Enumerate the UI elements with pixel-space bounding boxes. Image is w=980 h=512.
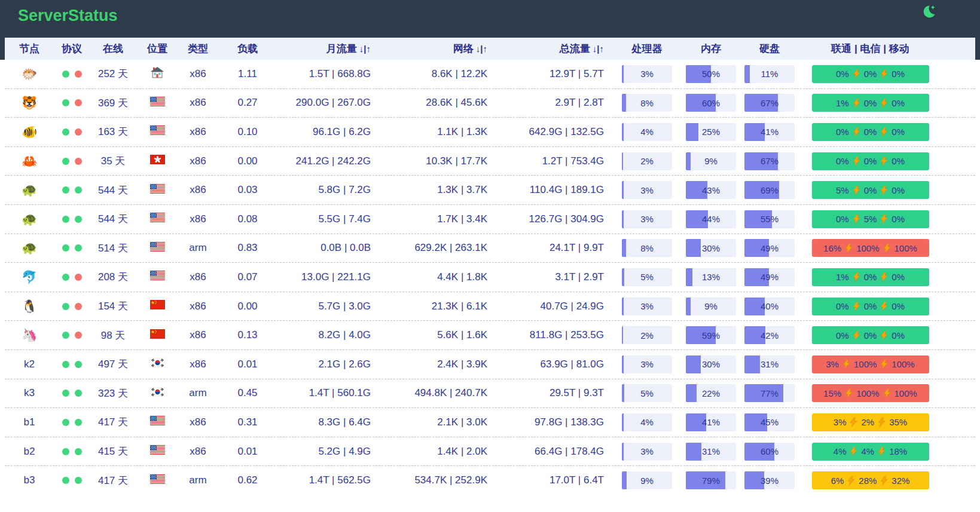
col-disk: 硬盘 [740, 42, 799, 56]
memory-bar: 50% [686, 65, 736, 83]
dark-mode-toggle[interactable] [920, 4, 937, 21]
ipv6-status-dot [75, 216, 82, 223]
ipv4-status-dot [62, 332, 69, 339]
monthly-traffic: 1.4T | 562.5G [309, 474, 371, 486]
isp-latency-pill: 0%0%0% [812, 152, 929, 170]
monthly-traffic: 8.3G | 6.4G [318, 416, 371, 428]
network-speed: 28.6K | 45.6K [426, 97, 487, 108]
isp-latency-pill: 1%0%0% [812, 94, 929, 112]
monthly-traffic: 13.0G | 221.1G [301, 271, 371, 283]
lightning-icon [881, 360, 887, 369]
cpu-bar: 3% [622, 210, 672, 228]
server-row[interactable]: 🐬208 天x860.0713.0G | 221.1G4.4K | 1.8K3.… [5, 262, 975, 292]
telecom-loss-value: 0% [864, 272, 877, 282]
node-icon: 🐢 [22, 212, 37, 226]
server-row[interactable]: 🦀35 天x860.00241.2G | 242.2G10.3K | 17.7K… [5, 146, 975, 176]
cpu-bar-label: 8% [622, 94, 672, 112]
cpu-bar: 4% [622, 413, 672, 431]
us-flag-icon [150, 416, 165, 428]
total-traffic: 642.9G | 132.5G [529, 126, 604, 137]
server-row[interactable]: 🐠163 天x860.1096.1G | 6.2G1.1K | 1.3K642.… [5, 117, 975, 146]
uptime-value: 98 天 [101, 330, 126, 341]
sort-indicator-icon[interactable]: ↓|↑ [593, 44, 604, 54]
network-speed: 2.4K | 3.9K [437, 358, 487, 370]
disk-bar: 77% [744, 384, 795, 402]
isp-latency-pill: 16%100%100% [812, 239, 929, 257]
mobile-loss-value: 100% [892, 359, 914, 369]
server-row[interactable]: b3417 天arm0.621.4T | 562.5G534.7K | 252.… [5, 465, 975, 495]
sort-indicator-icon[interactable]: ↓|↑ [359, 44, 371, 54]
server-row[interactable]: 🐧154 天x860.005.7G | 3.0G21.3K | 6.1K40.7… [5, 292, 975, 321]
disk-bar: 55% [744, 210, 795, 228]
disk-bar-label: 39% [744, 471, 795, 489]
total-traffic: 24.1T | 9.9T [549, 242, 604, 253]
server-row[interactable]: 🦄98 天x860.138.2G | 4.0G5.6K | 1.6K811.8G… [5, 320, 975, 349]
uptime-value: 415 天 [98, 446, 128, 457]
cpu-bar: 8% [622, 239, 672, 257]
server-row[interactable]: 🐡252 天x861.111.5T | 668.8G8.6K | 12.2K12… [5, 60, 975, 88]
uptime-value: 163 天 [98, 126, 128, 137]
memory-bar: 22% [686, 384, 736, 402]
disk-bar: 11% [744, 65, 795, 83]
lightning-icon [881, 476, 887, 485]
uptime-value: 208 天 [98, 271, 128, 283]
load-value: 0.01 [237, 358, 257, 370]
total-traffic: 126.7G | 304.9G [529, 213, 604, 225]
col-total-traffic[interactable]: 总流量↓|↑ [496, 42, 612, 56]
lightning-icon [878, 418, 885, 427]
server-row[interactable]: k3323 天arm0.451.4T | 560.1G494.8K | 240.… [5, 379, 975, 408]
ipv4-status-dot [62, 99, 69, 106]
col-monthly-traffic[interactable]: 月流量↓|↑ [277, 42, 379, 56]
total-traffic: 3.1T | 2.9T [555, 271, 604, 283]
memory-bar-label: 30% [686, 239, 736, 257]
total-traffic: 1.2T | 753.4G [542, 155, 604, 167]
ipv6-status-dot [75, 244, 82, 252]
total-traffic: 66.4G | 178.4G [535, 446, 604, 457]
telecom-loss-value: 0% [864, 98, 877, 108]
isp-latency-pill: 1%0%0% [812, 268, 929, 286]
uptime-value: 35 天 [101, 155, 126, 167]
protocol-cell [54, 70, 90, 78]
network-speed: 2.1K | 3.0K [437, 416, 487, 428]
mobile-loss-value: 100% [894, 388, 917, 398]
server-row[interactable]: b2415 天x860.015.2G | 4.9G1.4K | 2.0K66.4… [5, 437, 975, 466]
monthly-traffic: 5.8G | 7.2G [318, 184, 371, 195]
sort-indicator-icon[interactable]: ↓|↑ [476, 44, 487, 54]
isp-latency-pill: 6%28%32% [812, 471, 929, 489]
server-row[interactable]: 🐢514 天arm0.830.0B | 0.0B629.2K | 263.1K2… [5, 234, 975, 263]
server-row[interactable]: b1417 天x860.318.3G | 6.4G2.1K | 3.0K97.8… [5, 407, 975, 437]
lightning-icon [881, 127, 887, 136]
lightning-icon [881, 99, 887, 108]
disk-bar: 41% [744, 123, 795, 141]
node-icon: 🐠 [22, 125, 37, 139]
col-location: 位置 [136, 42, 178, 56]
lightning-icon [878, 447, 885, 456]
lightning-icon [850, 418, 857, 427]
col-network[interactable]: 网络↓|↑ [379, 42, 496, 56]
protocol-cell [54, 332, 90, 339]
unicom-loss-value: 0% [836, 330, 849, 341]
ipv4-status-dot [62, 216, 69, 223]
column-label: 位置 [147, 43, 167, 54]
unicom-loss-value: 1% [836, 272, 849, 282]
column-label: 协议 [62, 43, 82, 54]
server-row[interactable]: 🐯369 天x860.27290.0G | 267.0G28.6K | 45.6… [5, 88, 975, 118]
server-row[interactable]: k2497 天x860.012.1G | 2.6G2.4K | 3.9K63.9… [5, 349, 975, 379]
server-row[interactable]: 🐢544 天x860.035.8G | 7.2G1.3K | 3.7K110.4… [5, 175, 975, 204]
protocol-cell [54, 361, 90, 368]
disk-bar: 69% [744, 181, 795, 199]
node-icon: 🐢 [22, 183, 37, 197]
us-flag-icon [150, 445, 165, 458]
ipv6-status-dot [75, 477, 82, 484]
memory-bar: 13% [686, 268, 736, 286]
lightning-icon [881, 214, 887, 223]
disk-bar: 31% [744, 355, 795, 373]
server-row[interactable]: 🐢544 天x860.085.5G | 7.4G1.7K | 3.4K126.7… [5, 204, 975, 234]
load-value: 0.01 [237, 446, 257, 457]
moon-icon [921, 13, 936, 22]
mobile-loss-value: 18% [889, 446, 907, 456]
load-value: 0.03 [237, 184, 257, 195]
isp-latency-pill: 0%0%0% [812, 123, 929, 141]
disk-bar-label: 55% [744, 210, 795, 228]
col-uptime: 在线 [90, 42, 136, 56]
